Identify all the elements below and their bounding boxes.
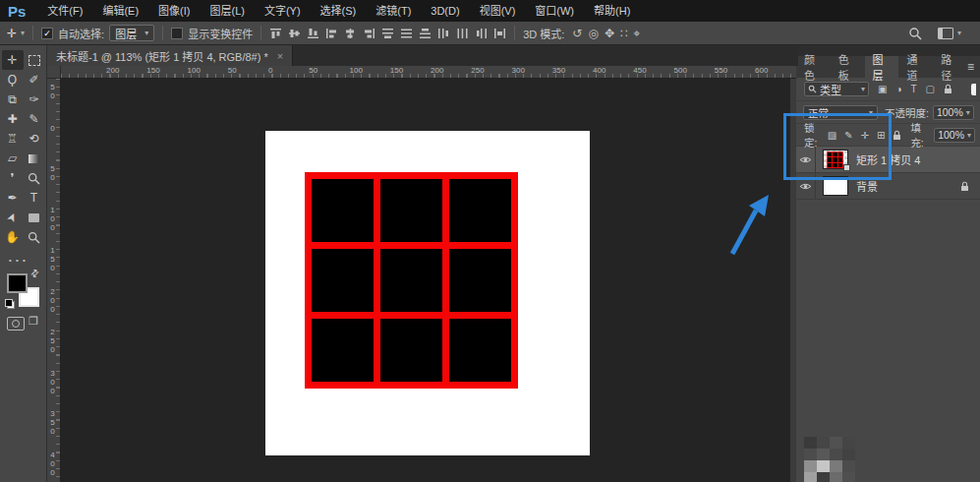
panel-tab-paths[interactable]: 路径 [933,56,967,78]
layer-name: 背景 [856,178,878,194]
filter-type-layers-icon[interactable]: T [911,84,917,94]
path-selection-tool-glyph: ➤ [4,210,21,224]
lock-all-icon[interactable] [893,130,901,141]
[object Object][interactable]: T [24,188,45,208]
align-hcenter-icon[interactable] [344,28,357,39]
menu-item-filter[interactable]: 滤镜(T) [366,0,421,22]
quick-mask-button[interactable] [7,317,25,331]
mosaic-block [830,460,842,472]
panel-tab-layers[interactable]: 图层 [865,56,899,78]
[object Object][interactable]: ❜ [2,168,24,188]
3d-zoom-icon[interactable]: ⌖ [634,27,641,40]
swap-colors-icon[interactable]: ⇄ [28,267,41,280]
[object Object][interactable]: ♖ [2,129,24,149]
vertical-ruler: 50050100150200250300350400 [47,79,61,482]
filter-toggle[interactable] [971,84,976,95]
[object Object][interactable]: ➤ [2,208,24,227]
3d-roll-icon[interactable]: ◎ [588,27,598,40]
screen-mode-button[interactable]: ❐ [29,315,38,328]
filter-pixel-layers-icon[interactable]: ▣ [878,84,887,94]
ruler-label: 0 [48,124,56,133]
[object Object][interactable] [24,208,45,227]
[object Object][interactable]: ✋ [2,227,24,247]
move-tool-preset[interactable]: ✛ ▾ [7,27,25,40]
3d-pan-icon[interactable]: ✥ [605,27,614,40]
mosaic-block [842,460,855,472]
mosaic-block [817,437,830,449]
align-vcenter-icon[interactable] [288,28,301,39]
separator [32,26,33,40]
menu-item-file[interactable]: 文件(F) [37,0,92,22]
auto-select-dropdown[interactable]: 图层 ▾ [109,25,154,41]
distribute-hcenter-icon[interactable] [456,28,469,39]
menu-item-3d[interactable]: 3D(D) [421,0,469,22]
auto-select-checkbox[interactable]: ✓ [41,28,53,39]
[object Object][interactable]: ⟲ [24,129,45,149]
[object Object][interactable]: ✛ [2,50,24,70]
workspace-switcher[interactable]: ▾ [938,28,961,39]
menu-item-image[interactable]: 图像(I) [148,0,200,22]
lock-icon [960,181,975,192]
panel-menu-icon[interactable]: ≡ [967,56,980,78]
ruler-label: 50 [228,67,237,75]
[object Object][interactable]: ▱ [2,149,24,168]
close-icon[interactable]: × [277,50,283,62]
ruler-label: 400 [48,451,56,477]
default-colors-icon[interactable] [5,299,15,309]
menu-item-window[interactable]: 窗口(W) [525,0,584,22]
filter-smart-objects-icon[interactable] [944,84,952,94]
[object Object][interactable]: ✚ [2,109,24,129]
align-bottom-icon[interactable] [307,28,319,39]
align-right-icon[interactable] [363,28,375,39]
menu-item-select[interactable]: 选择(S) [311,0,367,22]
menu-item-layer[interactable]: 图层(L) [200,0,254,22]
ruler-corner [47,66,61,79]
fill-dropdown[interactable]: 100% ▾ [934,128,975,143]
grid-cell [449,179,511,242]
[object Object][interactable]: ✑ [24,90,45,109]
panel-tab-channels[interactable]: 通道 [898,56,933,78]
distribute-bottom-icon[interactable] [419,28,432,39]
menu-item-edit[interactable]: 编辑(E) [92,0,148,22]
show-transform-checkbox[interactable]: . [171,28,183,39]
[object Object][interactable]: ✎ [24,109,45,129]
distribute-vcenter-icon[interactable] [400,28,413,39]
gradient-tool-shape [29,154,39,163]
menu-item-help[interactable]: 帮助(H) [584,0,640,22]
[object Object][interactable]: ✒ [2,188,24,208]
document-tab-strip: 未标题-1 @ 113% (矩形 1 拷贝 4, RGB/8#) * × [47,45,798,66]
distribute-top-icon[interactable] [381,28,394,39]
ruler-label: 150 [390,67,403,75]
distribute-right-icon[interactable] [475,28,488,39]
[object Object][interactable] [24,50,45,70]
filter-shape-layers-icon[interactable]: ▢ [926,84,935,94]
edit-toolbar-icon[interactable]: • • • [9,256,27,265]
search-icon[interactable] [908,27,922,40]
align-top-icon[interactable] [269,28,282,39]
document-canvas [265,131,590,455]
[object Object][interactable] [24,168,45,188]
align-left-icon[interactable] [325,28,338,39]
opacity-dropdown[interactable]: 100% ▾ [933,105,974,120]
ruler-label: 50 [309,67,317,75]
foreground-color-swatch[interactable] [7,273,28,293]
[object Object][interactable]: ✐ [24,70,45,90]
filter-type-dropdown[interactable]: 类型 ▾ [804,82,869,96]
panel-tab-swatches[interactable]: 色板 [831,56,865,78]
[object Object][interactable] [24,227,45,247]
tools-grid: ✛Ϙ✐⧉✑✚✎♖⟲▱❜✒T➤✋ [0,45,46,247]
panel-tab-color[interactable]: 颜色 [796,56,831,78]
distribute-left-icon[interactable] [437,28,450,39]
filter-adjustment-layers-icon[interactable]: ◑ [895,84,901,94]
menu-item-view[interactable]: 视图(V) [470,0,526,22]
[object Object][interactable] [24,149,45,168]
3d-orbit-icon[interactable]: ↺ [572,27,582,40]
[object Object][interactable]: Ϙ [2,70,24,90]
[object Object][interactable]: ⧉ [2,90,24,109]
chevron-down-icon: ▾ [957,29,961,37]
3d-slide-icon[interactable]: ∷ [620,27,628,40]
distribute-spacing-icon[interactable] [493,28,506,39]
document-tab[interactable]: 未标题-1 @ 113% (矩形 1 拷贝 4, RGB/8#) * × [47,45,293,66]
clone-stamp-tool-glyph: ♖ [7,132,18,146]
menu-item-type[interactable]: 文字(Y) [255,0,311,22]
